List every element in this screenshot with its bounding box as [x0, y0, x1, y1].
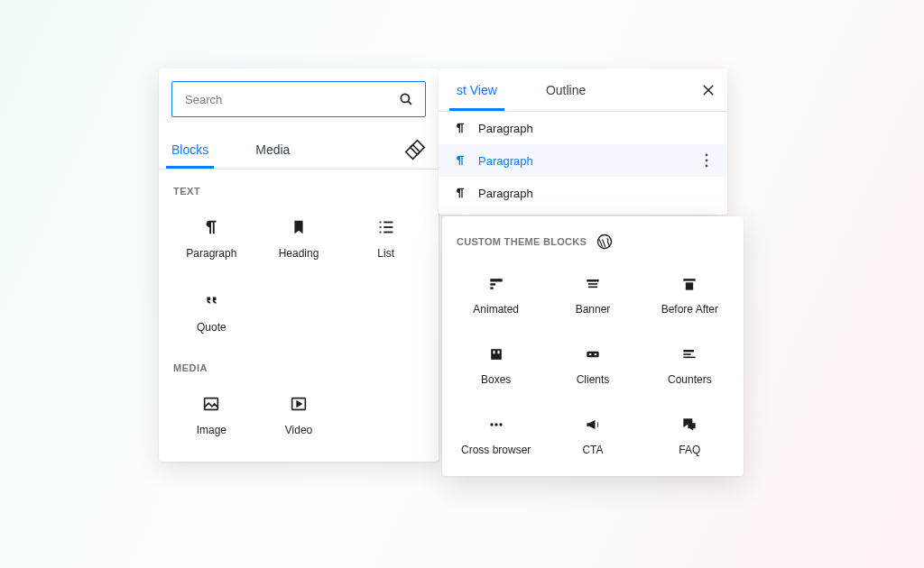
block-faq[interactable]: FAQ	[642, 404, 738, 463]
close-icon[interactable]	[700, 82, 716, 98]
paragraph-icon	[451, 151, 469, 169]
svg-point-0	[401, 94, 409, 102]
svg-point-15	[706, 154, 708, 157]
block-list[interactable]: List	[342, 206, 430, 267]
block-label: Animated	[473, 303, 519, 316]
block-label: Quote	[197, 321, 226, 334]
svg-rect-22	[587, 279, 598, 282]
clients-icon	[583, 344, 603, 364]
block-boxes[interactable]: Boxes	[448, 334, 544, 393]
svg-marker-12	[297, 401, 301, 407]
megaphone-icon	[583, 415, 603, 435]
svg-rect-29	[497, 351, 499, 353]
svg-rect-25	[684, 279, 696, 281]
animated-icon	[486, 274, 506, 294]
block-label: Before After	[661, 303, 718, 316]
svg-rect-23	[588, 283, 597, 285]
block-clients[interactable]: Clients	[544, 334, 641, 393]
custom-blocks-grid: Animated Banner Before After Boxes	[442, 260, 744, 467]
svg-point-17	[706, 165, 708, 168]
listview-tabs: st View Outline	[439, 69, 727, 112]
list-item[interactable]: Paragraph	[439, 144, 727, 177]
bookmark-icon	[288, 216, 310, 238]
list-view-panel: st View Outline Paragraph Paragraph Para…	[439, 69, 727, 215]
list-item-label: Paragraph	[478, 187, 533, 200]
text-blocks-grid: Paragraph Heading List Quote	[159, 202, 439, 346]
list-icon	[375, 216, 397, 238]
search-field-wrap	[171, 81, 426, 117]
block-animated[interactable]: Animated	[448, 263, 544, 323]
block-banner[interactable]: Banner	[544, 263, 641, 323]
svg-rect-34	[684, 353, 691, 355]
svg-rect-19	[490, 279, 502, 281]
ellipsis-icon	[486, 415, 506, 435]
block-label: List	[377, 247, 394, 260]
custom-blocks-title-text: CUSTOM THEME BLOCKS	[457, 236, 587, 247]
svg-rect-27	[491, 349, 502, 360]
block-label: CTA	[582, 444, 603, 456]
list-item[interactable]: Paragraph	[439, 177, 727, 209]
svg-point-16	[706, 160, 708, 162]
svg-point-36	[490, 423, 493, 426]
svg-rect-33	[684, 350, 695, 353]
list-item[interactable]: Paragraph	[439, 112, 727, 144]
block-paragraph[interactable]: Paragraph	[168, 206, 255, 267]
block-label: Image	[197, 424, 226, 436]
block-video[interactable]: Video	[255, 382, 343, 444]
block-image[interactable]: Image	[168, 382, 255, 444]
block-inserter-panel: Blocks Media TEXT Paragraph Heading	[159, 69, 439, 462]
search-icon	[398, 91, 414, 107]
inserter-tabs: Blocks Media	[159, 130, 439, 169]
svg-rect-28	[493, 351, 494, 353]
block-quote[interactable]: Quote	[168, 279, 255, 341]
tab-blocks[interactable]: Blocks	[171, 132, 208, 168]
media-blocks-grid: Image Video	[159, 379, 439, 449]
svg-rect-24	[588, 287, 597, 289]
tab-media[interactable]: Media	[255, 132, 290, 168]
section-text-title: TEXT	[159, 169, 439, 202]
block-label: Clients	[577, 373, 610, 386]
paragraph-icon	[451, 184, 469, 202]
svg-rect-21	[490, 287, 493, 289]
svg-rect-26	[686, 282, 693, 289]
block-label: Video	[285, 424, 312, 436]
image-icon	[200, 393, 222, 415]
svg-point-38	[499, 423, 502, 426]
block-heading[interactable]: Heading	[255, 206, 343, 267]
video-icon	[288, 393, 310, 415]
block-cta[interactable]: CTA	[544, 404, 641, 463]
custom-blocks-title: CUSTOM THEME BLOCKS	[442, 231, 744, 260]
block-label: Paragraph	[186, 247, 236, 260]
svg-rect-31	[589, 353, 592, 355]
block-cross-browser[interactable]: Cross browser	[448, 404, 544, 463]
boxes-icon	[486, 344, 506, 364]
block-before-after[interactable]: Before After	[642, 263, 738, 323]
svg-point-37	[494, 423, 497, 426]
svg-rect-32	[595, 353, 597, 355]
chat-icon	[679, 415, 699, 435]
wordpress-icon	[596, 233, 614, 251]
more-icon[interactable]	[698, 152, 715, 169]
custom-blocks-panel: CUSTOM THEME BLOCKS Animated Banner	[442, 216, 744, 476]
svg-rect-10	[205, 399, 218, 410]
svg-rect-2	[406, 144, 420, 159]
quote-icon	[200, 290, 222, 312]
block-label: Banner	[576, 303, 611, 316]
tab-outline[interactable]: Outline	[539, 70, 593, 110]
list-item-label: Paragraph	[478, 122, 533, 135]
svg-rect-20	[490, 283, 495, 286]
search-input[interactable]	[183, 92, 398, 107]
section-media-title: MEDIA	[159, 346, 439, 379]
block-label: Counters	[668, 373, 712, 386]
before-after-icon	[679, 274, 699, 294]
tab-list-view[interactable]: st View	[449, 70, 504, 110]
svg-rect-30	[587, 352, 598, 358]
block-label: FAQ	[679, 444, 700, 456]
paragraph-icon	[200, 216, 222, 238]
patterns-icon[interactable]	[404, 139, 426, 160]
block-counters[interactable]: Counters	[642, 334, 738, 393]
list-item-label: Paragraph	[478, 154, 533, 168]
block-label: Boxes	[481, 373, 511, 386]
banner-icon	[583, 274, 603, 294]
paragraph-icon	[451, 119, 469, 137]
